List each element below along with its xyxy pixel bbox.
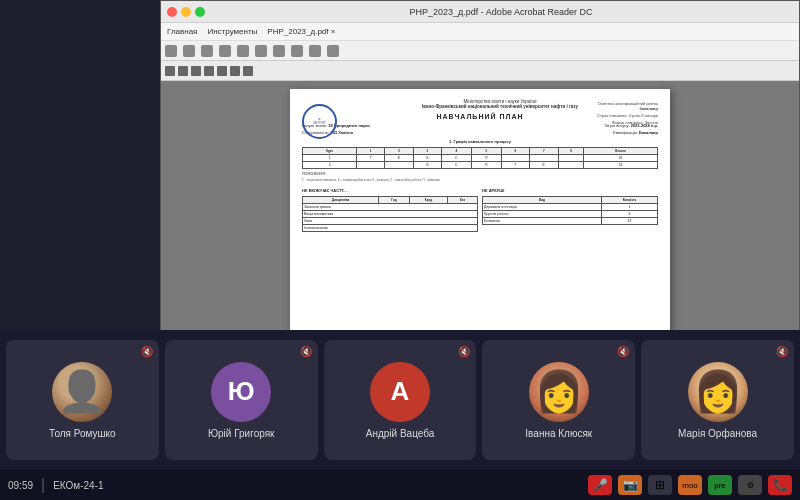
table-header-sem1: 1 bbox=[357, 148, 385, 155]
table-row: Екзамени 32 bbox=[483, 218, 658, 225]
pdf-toolbar bbox=[161, 41, 799, 61]
more-button[interactable]: ⚙ bbox=[738, 475, 762, 495]
col-header-count: Кількість bbox=[602, 197, 658, 204]
table-cell: Іноземна мова bbox=[303, 225, 478, 232]
nav-icon-6[interactable] bbox=[230, 66, 240, 76]
status-time: 09:59 bbox=[8, 480, 33, 491]
participant-name-1: Юрій Григоряк bbox=[208, 428, 274, 439]
table-header-sem4: 4 bbox=[441, 148, 471, 155]
status-separator: | bbox=[41, 476, 45, 494]
person-icon-4: 👩 bbox=[693, 368, 743, 415]
table-cell bbox=[558, 155, 583, 162]
moodle-button[interactable]: moo bbox=[678, 475, 702, 495]
table-row: Вища математика bbox=[303, 211, 478, 218]
expand-button[interactable]: ⊞ bbox=[648, 475, 672, 495]
table-cell: П bbox=[471, 155, 501, 162]
menu-glavnaya[interactable]: Главная bbox=[167, 27, 197, 36]
nav-icon-7[interactable] bbox=[243, 66, 253, 76]
participant-avatar-0: 👤 bbox=[52, 362, 112, 422]
nav-icon-4[interactable] bbox=[204, 66, 214, 76]
maximize-button[interactable] bbox=[195, 7, 205, 17]
pdf-col-left: НЕ ВКЛЮЧАЄ ЧАСТТ... Дисципліна Год Кред … bbox=[302, 186, 478, 235]
toolbar-icon-6[interactable] bbox=[255, 45, 267, 57]
table-cell: П bbox=[471, 162, 501, 169]
menu-instruments[interactable]: Инструменты bbox=[207, 27, 257, 36]
pdf-titlebar: PHP_2023_д.pdf - Adobe Acrobat Reader DC bbox=[161, 1, 799, 23]
col-header-1: Дисципліна bbox=[303, 197, 379, 204]
pdf-notes-text: Т - теоретичне навчання; Е - екзаменацій… bbox=[302, 178, 658, 182]
toolbar-icon-5[interactable] bbox=[237, 45, 249, 57]
pdf-menu-bar: Главная Инструменты PHP_2023_д.pdf × bbox=[161, 23, 799, 41]
camera-button[interactable]: 📷 bbox=[618, 475, 642, 495]
nav-icon-5[interactable] bbox=[217, 66, 227, 76]
col-header-2: Год bbox=[379, 197, 410, 204]
table-cell: К bbox=[414, 155, 441, 162]
participants-bar: 🔇 👤 Толя Ромушко 🔇 Ю Юрій Григоряк 🔇 А А… bbox=[0, 330, 800, 470]
toolbar-icon-10[interactable] bbox=[327, 45, 339, 57]
table-cell: Е bbox=[385, 155, 414, 162]
pre-button[interactable]: pre bbox=[708, 475, 732, 495]
pdf-term-label: Строк навчання: 4 роки 6 місяців bbox=[597, 113, 658, 118]
nav-icon-1[interactable] bbox=[165, 66, 175, 76]
pdf-form-label: Форма навчання: Заочна bbox=[597, 120, 658, 125]
participant-card-1[interactable]: 🔇 Ю Юрій Григоряк bbox=[165, 340, 318, 460]
main-screen: PHP_2023_д.pdf - Adobe Acrobat Reader DC… bbox=[0, 0, 800, 348]
toolbar-icon-7[interactable] bbox=[273, 45, 285, 57]
participant-avatar-1: Ю bbox=[211, 362, 271, 422]
toolbar-icon-2[interactable] bbox=[183, 45, 195, 57]
pdf-notes: ПОЯСНЕННЯ: bbox=[302, 172, 658, 176]
table-header-sem7: 7 bbox=[529, 148, 558, 155]
participant-card-2[interactable]: 🔇 А Андрій Вацеба bbox=[324, 340, 477, 460]
mic-icon-4: 🔇 bbox=[776, 346, 788, 357]
pdf-section1-title: 1. Графік навчального процесу bbox=[302, 139, 658, 144]
menu-tab[interactable]: PHP_2023_д.pdf × bbox=[267, 27, 335, 36]
table-cell: Т bbox=[357, 155, 385, 162]
sidebar-left bbox=[0, 0, 160, 348]
table-cell: Т bbox=[501, 162, 529, 169]
table-row: 1 Т Е К С П 52 bbox=[303, 155, 658, 162]
table-cell: К bbox=[414, 162, 441, 169]
pdf-qual-level-value: бакалавр bbox=[597, 106, 658, 111]
toolbar-icon-9[interactable] bbox=[309, 45, 321, 57]
participant-avatar-2: А bbox=[370, 362, 430, 422]
pdf-viewer[interactable]: PHP_2023_д.pdf - Adobe Acrobat Reader DC… bbox=[160, 0, 800, 348]
table-cell: 52 bbox=[584, 155, 658, 162]
minimize-button[interactable] bbox=[181, 7, 191, 17]
table-cell: 2 bbox=[303, 162, 357, 169]
table-row: Іноземна мова bbox=[303, 225, 478, 232]
main-container: PHP_2023_д.pdf - Adobe Acrobat Reader DC… bbox=[0, 0, 800, 500]
table-row: Хімія bbox=[303, 218, 478, 225]
pdf-stamp: ⚙ІФНТУНГ bbox=[302, 104, 337, 139]
col-header-type: Вид bbox=[483, 197, 602, 204]
toolbar-icon-1[interactable] bbox=[165, 45, 177, 57]
table-cell bbox=[529, 155, 558, 162]
pdf-page: ⚙ІФНТУНГ Міністерство освіти і науки Укр… bbox=[290, 89, 670, 339]
table-cell: Екзамени bbox=[483, 218, 602, 225]
table-cell: Хімія bbox=[303, 218, 478, 225]
pdf-nav-bar bbox=[161, 61, 799, 81]
pdf-field-kval: Кваліфікація: Бакалавр bbox=[613, 130, 658, 135]
table-cell: Курсові роботи bbox=[483, 211, 602, 218]
participant-avatar-4: 👩 bbox=[688, 362, 748, 422]
mute-button[interactable]: 🎤 bbox=[588, 475, 612, 495]
close-button[interactable] bbox=[167, 7, 177, 17]
toolbar-icon-3[interactable] bbox=[201, 45, 213, 57]
person-icon-0: 👤 bbox=[57, 368, 107, 415]
table-header-sem6: 6 bbox=[501, 148, 529, 155]
table-cell: С bbox=[441, 162, 471, 169]
table-header-sem3: 3 bbox=[414, 148, 441, 155]
table-row: Загальна фізика bbox=[303, 204, 478, 211]
participant-card-0[interactable]: 🔇 👤 Толя Ромушко bbox=[6, 340, 159, 460]
nav-icon-3[interactable] bbox=[191, 66, 201, 76]
table-cell: Загальна фізика bbox=[303, 204, 478, 211]
pdf-col-left-title: НЕ ВКЛЮЧАЄ ЧАСТТ... bbox=[302, 188, 478, 193]
toolbar-icon-8[interactable] bbox=[291, 45, 303, 57]
table-row: Державна атестація 1 bbox=[483, 204, 658, 211]
participant-card-4[interactable]: 🔇 👩 Марія Орфанова bbox=[641, 340, 794, 460]
call-button[interactable]: 📞 bbox=[768, 475, 792, 495]
nav-icon-2[interactable] bbox=[178, 66, 188, 76]
participant-card-3[interactable]: 🔇 👩 Іванна Клюсяк bbox=[482, 340, 635, 460]
pdf-two-cols: НЕ ВКЛЮЧАЄ ЧАСТТ... Дисципліна Год Кред … bbox=[302, 186, 658, 235]
pdf-right-info: Освітньо-кваліфікаційний рівень бакалавр… bbox=[597, 101, 658, 125]
toolbar-icon-4[interactable] bbox=[219, 45, 231, 57]
